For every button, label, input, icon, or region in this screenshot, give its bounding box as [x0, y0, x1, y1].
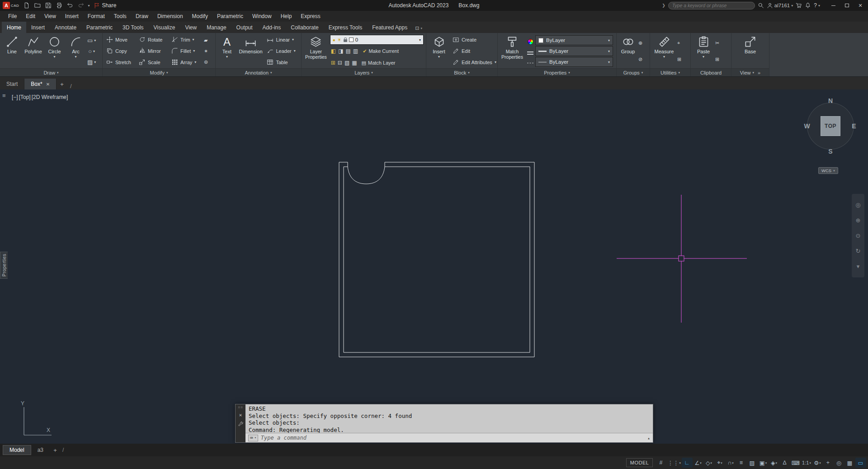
fillet-button[interactable]: Fillet▾ [169, 45, 203, 56]
trim-button[interactable]: Trim▾ [169, 34, 203, 45]
copy-clip-icon[interactable]: ⊞ [715, 57, 719, 62]
utilities-panel-label[interactable]: Utilities▾ [650, 68, 690, 76]
layer-tool-icon[interactable]: ⊞ [331, 60, 335, 66]
groups-panel-label[interactable]: Groups▾ [617, 68, 650, 76]
match-layer-button[interactable]: ▤ Match Layer [362, 60, 396, 66]
ribbon-display-toggle[interactable]: ⊡ ▾ [415, 25, 422, 33]
color-wheel-icon[interactable] [528, 39, 533, 45]
open-button[interactable] [33, 1, 42, 10]
status-selection-cycling-icon[interactable]: ▣▾ [758, 458, 769, 468]
status-performance-icon[interactable]: ▦ [844, 458, 855, 468]
explode-tool-icon[interactable]: ✶ [204, 49, 208, 54]
command-tools-button[interactable]: ⌨ ▾ [248, 435, 258, 441]
viewport-collapse-control[interactable]: [−] [12, 94, 18, 100]
command-input-row[interactable]: ⌨ ▾ Type a command ▴ [245, 433, 653, 442]
plot-button[interactable] [54, 1, 64, 10]
new-drawing-tab-button[interactable]: + [57, 79, 67, 89]
hatch-tool-icon[interactable]: ▨▾ [87, 57, 96, 66]
layer-tool-icon[interactable]: ◨ [338, 48, 343, 54]
share-button[interactable]: Share [94, 2, 116, 9]
navbar-pan-icon[interactable]: ⊕ [856, 217, 861, 224]
lineweight-dropdown[interactable]: ByLayer ▾ [535, 46, 613, 56]
menu-item[interactable]: Help [276, 11, 297, 22]
circle-button[interactable]: Circle ▾ [44, 34, 65, 68]
ribbon-tab-express-tools[interactable]: Express Tools [324, 22, 367, 33]
ribbon-tab-visualize[interactable]: Visualize [149, 22, 180, 33]
base-view-button[interactable]: Base [739, 34, 762, 68]
model-space[interactable]: Y X [0, 89, 868, 444]
copy-button[interactable]: Copy [104, 45, 137, 56]
scale-button[interactable]: Scale [137, 56, 169, 68]
ribbon-overflow-icon[interactable]: » [758, 70, 760, 75]
status-isolate-icon[interactable]: ◎ [834, 458, 844, 468]
ribbon-tab-collaborate[interactable]: Collaborate [286, 22, 323, 33]
match-properties-button[interactable]: Match Properties [499, 34, 525, 68]
paste-button[interactable]: Paste ▾ [692, 34, 715, 68]
box-outer-wall[interactable] [339, 162, 534, 357]
restore-button[interactable] [840, 0, 854, 11]
id-point-icon[interactable]: ⌖ [677, 41, 681, 46]
layer-tool-icon[interactable]: ▥ [353, 48, 358, 54]
viewcube-south[interactable]: S [801, 148, 860, 155]
properties-palette-tab[interactable]: Properties [0, 252, 8, 279]
autocad-logo[interactable]: A CAD [0, 2, 22, 9]
layer-properties-button[interactable]: Layer Properties [303, 34, 329, 68]
measure-button[interactable]: Measure ▾ [651, 34, 677, 68]
polyline-button[interactable]: Polyline [23, 34, 44, 68]
create-block-button[interactable]: Create [450, 34, 495, 45]
minimize-button[interactable] [826, 0, 840, 11]
ribbon-tab-annotate[interactable]: Annotate [50, 22, 81, 33]
search-input[interactable] [672, 3, 751, 8]
menu-item[interactable]: View [40, 11, 61, 22]
stretch-button[interactable]: Stretch [104, 56, 137, 68]
ribbon-tab-home[interactable]: Home [2, 22, 26, 33]
draw-panel-label[interactable]: Draw▾ [0, 68, 102, 76]
lineweight-icon[interactable] [527, 52, 533, 56]
offset-tool-icon[interactable]: ⊚ [204, 60, 208, 65]
linetype-icon[interactable] [527, 63, 533, 63]
layer-freeze-icon[interactable]: ☀ [337, 37, 342, 43]
layer-dropdown[interactable]: ● ☀ 0 ▾ [330, 35, 424, 45]
group-edit-icon[interactable]: ⊘ [638, 57, 642, 62]
menu-item[interactable]: Parametric [212, 11, 248, 22]
annotation-panel-label[interactable]: Annotation▾ [216, 68, 301, 76]
make-current-button[interactable]: ✔ Make Current [363, 48, 399, 54]
edit-attributes-button[interactable]: Edit Attributes▾ [450, 56, 495, 68]
file-tab-close-icon[interactable]: ✕ [46, 82, 50, 87]
search-button[interactable] [758, 2, 764, 9]
edit-block-button[interactable]: Edit [450, 45, 495, 56]
new-layout-button[interactable]: + [50, 447, 61, 454]
wcs-menu[interactable]: WCS ▾ [818, 167, 838, 174]
status-ortho-icon[interactable]: ∟ [682, 458, 693, 468]
properties-panel-label[interactable]: Properties▾ [498, 68, 616, 76]
box-inner-wall[interactable] [344, 167, 530, 352]
menu-item[interactable]: Express [296, 11, 325, 22]
block-panel-label[interactable]: Block▾ [426, 68, 497, 76]
search-expand-icon[interactable]: ❯ [662, 3, 665, 8]
status-otrack-icon[interactable]: ⌖▾ [714, 458, 725, 468]
status-workspace-icon[interactable]: ⚙▾ [812, 458, 823, 468]
text-button[interactable]: A Text ▾ [217, 34, 237, 68]
clipboard-panel-label[interactable]: Clipboard [691, 68, 731, 76]
viewport-visual-style-control[interactable]: [2D Wireframe] [32, 94, 68, 100]
modify-panel-label[interactable]: Modify▾ [103, 68, 215, 76]
model-space-toggle[interactable]: MODEL [626, 458, 653, 467]
ribbon-tab-insert[interactable]: Insert [26, 22, 50, 33]
command-window[interactable]: ∷∷ ✕ ERASESelect objects: Specify opposi… [235, 404, 653, 443]
menu-item[interactable]: Dimension [153, 11, 188, 22]
status-transparency-icon[interactable]: ▨ [747, 458, 758, 468]
move-button[interactable]: Move [104, 34, 137, 45]
quick-calc-icon[interactable]: ⊞ [677, 57, 681, 62]
menu-item[interactable]: Format [83, 11, 109, 22]
ellipse-tool-icon[interactable]: ○▾ [87, 47, 96, 56]
ribbon-tab-manage[interactable]: Manage [202, 22, 231, 33]
view-panel-label[interactable]: View▾ » [731, 68, 769, 76]
status-grid-icon[interactable]: # [656, 458, 666, 468]
status-polar-icon[interactable]: ∠▾ [693, 458, 703, 468]
rectangle-tool-icon[interactable]: ▭▾ [87, 36, 96, 45]
line-button[interactable]: Line [1, 34, 23, 68]
redo-button[interactable] [76, 1, 86, 10]
app-store-button[interactable] [796, 2, 802, 9]
navbar-more-icon[interactable]: ▾ [857, 263, 860, 270]
linetype-dropdown[interactable]: ByLayer ▾ [535, 57, 613, 67]
